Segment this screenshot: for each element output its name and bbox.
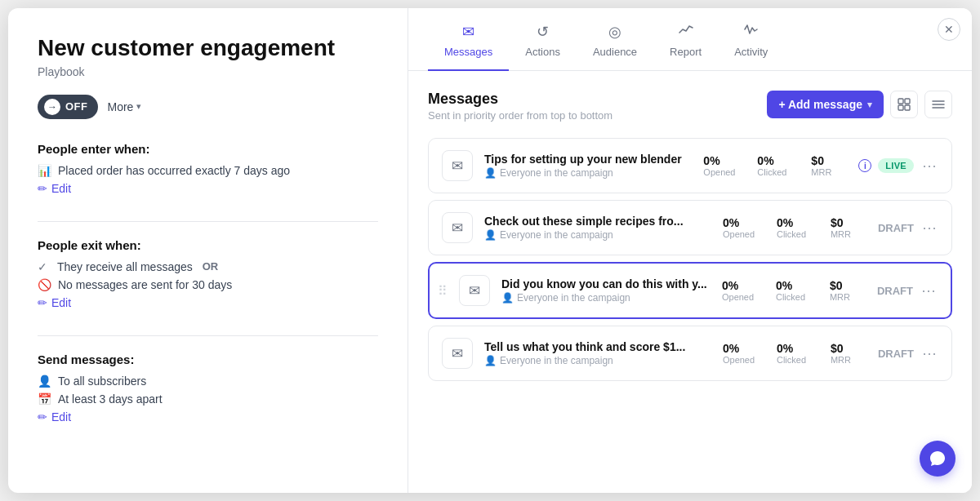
audience-icon: 👤 <box>501 292 514 304</box>
more-actions-button[interactable]: ⋯ <box>920 157 938 175</box>
tab-activity-label: Activity <box>734 46 768 58</box>
mrr-label: MRR <box>811 167 831 177</box>
edit-pencil-icon: ✏ <box>38 182 47 195</box>
toolbar-row: → OFF More ▾ <box>38 95 378 119</box>
app-container: New customer engagement Playbook → OFF M… <box>8 8 972 493</box>
svg-rect-1 <box>905 99 910 104</box>
mail-icon: ✉ <box>459 275 490 306</box>
message-audience: 👤 Everyone in the campaign <box>484 355 711 366</box>
send-item2: 📅 At least 3 days apart <box>38 392 378 406</box>
right-panel: ✕ ✉ Messages ↺ Actions ◎ Audience <box>408 8 972 493</box>
left-panel: New customer engagement Playbook → OFF M… <box>8 8 408 493</box>
audience-text: Everyone in the campaign <box>500 355 613 366</box>
audience-text: Everyone in the campaign <box>517 292 630 304</box>
send-edit-label: Edit <box>51 410 71 423</box>
order-icon: 📊 <box>38 164 51 177</box>
edit-pencil-icon3: ✏ <box>38 410 47 423</box>
opened-value: 0% <box>722 279 738 292</box>
messages-tab-icon: ✉ <box>462 23 474 41</box>
more-actions-button[interactable]: ⋯ <box>920 282 938 299</box>
clicked-stat: 0% Clicked <box>777 342 813 365</box>
message-audience: 👤 Everyone in the campaign <box>501 292 710 304</box>
tab-report[interactable]: Report <box>653 22 718 71</box>
tab-actions[interactable]: ↺ Actions <box>509 23 577 71</box>
enter-edit-link[interactable]: ✏ Edit <box>38 182 378 195</box>
content-area: Messages Sent in priority order from top… <box>408 71 972 493</box>
mrr-stat: $0 MRR <box>811 154 847 177</box>
tab-report-label: Report <box>670 46 702 58</box>
report-tab-icon <box>679 22 693 41</box>
mrr-value: $0 <box>830 279 843 292</box>
message-list: ✉ Tips for setting up your new blender 👤… <box>428 138 952 381</box>
stats-group: 0% Opened 0% Clicked $0 MRR <box>723 216 866 239</box>
send-section-title: Send messages: <box>38 352 378 366</box>
list-view-button[interactable] <box>924 91 952 118</box>
message-card[interactable]: ✉ Check out these simple recipes fro... … <box>428 200 952 255</box>
mrr-value: $0 <box>811 154 824 167</box>
info-icon[interactable]: i <box>858 159 871 172</box>
send-item1: 👤 To all subscribers <box>38 375 378 388</box>
message-card[interactable]: ⠿ ✉ Did you know you can do this with y.… <box>428 262 952 319</box>
exit-section-title: People exit when: <box>38 238 378 252</box>
tab-activity[interactable]: Activity <box>718 22 784 71</box>
tab-audience[interactable]: ◎ Audience <box>577 23 653 71</box>
exit-section: People exit when: ✓ They receive all mes… <box>38 238 378 309</box>
mrr-label: MRR <box>831 355 851 365</box>
exit-condition-item1: ✓ They receive all messages OR <box>38 260 378 273</box>
opened-stat: 0% Opened <box>703 154 739 177</box>
message-name: Tell us what you think and score $1... <box>484 340 711 353</box>
message-card[interactable]: ✉ Tips for setting up your new blender 👤… <box>428 138 952 193</box>
draft-badge: DRAFT <box>878 348 914 360</box>
mrr-label: MRR <box>831 229 851 239</box>
header-actions: + Add message ▾ <box>767 91 952 118</box>
mrr-stat: $0 MRR <box>830 279 866 302</box>
message-card[interactable]: ✉ Tell us what you think and score $1...… <box>428 326 952 381</box>
grid-view-button[interactable] <box>890 91 918 118</box>
svg-rect-0 <box>898 99 903 104</box>
message-name: Tips for setting up your new blender <box>484 153 692 166</box>
exit-condition-text1: They receive all messages <box>57 260 193 273</box>
clicked-value: 0% <box>777 216 793 229</box>
clicked-value: 0% <box>757 154 773 167</box>
live-badge: LIVE <box>878 158 914 173</box>
more-actions-button[interactable]: ⋯ <box>920 344 938 362</box>
more-button[interactable]: More ▾ <box>108 100 142 113</box>
send-section: Send messages: 👤 To all subscribers 📅 At… <box>38 352 378 423</box>
page-title: New customer engagement <box>38 34 378 62</box>
actions-tab-icon: ↺ <box>537 23 549 41</box>
content-title-group: Messages Sent in priority order from top… <box>428 91 612 122</box>
or-badge: OR <box>203 260 219 273</box>
playbook-subtitle: Playbook <box>38 65 378 78</box>
svg-rect-2 <box>898 105 903 110</box>
opened-value: 0% <box>723 342 739 355</box>
chat-bubble-button[interactable] <box>920 441 956 477</box>
opened-label: Opened <box>723 229 755 239</box>
tab-messages[interactable]: ✉ Messages <box>428 23 509 71</box>
divider2 <box>38 335 378 336</box>
add-message-button[interactable]: + Add message ▾ <box>767 91 884 118</box>
status-area: DRAFT ⋯ <box>877 282 938 299</box>
exit-edit-link[interactable]: ✏ Edit <box>38 296 378 309</box>
audience-icon: 👤 <box>484 229 497 241</box>
opened-label: Opened <box>723 355 755 365</box>
enter-section-title: People enter when: <box>38 142 378 156</box>
exit-edit-label: Edit <box>51 296 71 309</box>
enter-edit-label: Edit <box>51 182 71 195</box>
audience-icon: 👤 <box>484 355 497 366</box>
clicked-label: Clicked <box>777 355 806 365</box>
status-area: i LIVE ⋯ <box>858 157 938 175</box>
send-edit-link[interactable]: ✏ Edit <box>38 410 378 423</box>
mrr-stat: $0 MRR <box>831 342 866 365</box>
clicked-label: Clicked <box>777 229 806 239</box>
mrr-label: MRR <box>830 292 850 302</box>
tab-audience-label: Audience <box>593 46 637 58</box>
tab-bar: ✉ Messages ↺ Actions ◎ Audience Report <box>408 8 972 71</box>
stats-group: 0% Opened 0% Clicked $0 MRR <box>703 154 847 177</box>
close-button[interactable]: ✕ <box>938 18 960 41</box>
drag-handle-icon[interactable]: ⠿ <box>438 283 448 299</box>
draft-badge: DRAFT <box>877 285 913 297</box>
message-info: Tips for setting up your new blender 👤 E… <box>484 153 692 179</box>
toggle-off-button[interactable]: → OFF <box>38 95 98 119</box>
more-actions-button[interactable]: ⋯ <box>920 219 938 237</box>
enter-condition-item: 📊 Placed order has occurred exactly 7 da… <box>38 164 378 177</box>
